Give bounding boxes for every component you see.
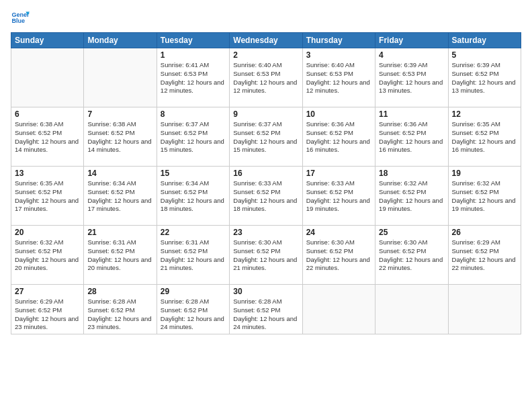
day-cell: 23Sunrise: 6:30 AMSunset: 6:52 PMDayligh… (230, 226, 302, 285)
day-number: 4 (379, 50, 444, 60)
day-cell: 13Sunrise: 6:35 AMSunset: 6:52 PMDayligh… (11, 167, 84, 226)
day-cell: 16Sunrise: 6:33 AMSunset: 6:52 PMDayligh… (230, 167, 302, 226)
day-number: 14 (87, 169, 152, 178)
day-number: 18 (379, 169, 444, 178)
day-info: Sunrise: 6:38 AMSunset: 6:52 PMDaylight:… (15, 120, 80, 154)
day-info: Sunrise: 6:30 AMSunset: 6:52 PMDaylight:… (306, 238, 371, 273)
day-cell: 10Sunrise: 6:36 AMSunset: 6:52 PMDayligh… (302, 107, 375, 167)
day-info: Sunrise: 6:32 AMSunset: 6:52 PMDaylight:… (15, 238, 80, 273)
day-info: Sunrise: 6:39 AMSunset: 6:52 PMDaylight:… (452, 61, 517, 95)
day-cell: 12Sunrise: 6:35 AMSunset: 6:52 PMDayligh… (448, 107, 521, 167)
day-header-friday: Friday (375, 33, 448, 48)
day-number: 6 (15, 109, 80, 119)
day-header-saturday: Saturday (448, 33, 521, 48)
day-cell: 5Sunrise: 6:39 AMSunset: 6:52 PMDaylight… (448, 48, 521, 107)
day-cell (375, 285, 448, 334)
day-number: 8 (161, 109, 226, 119)
day-cell: 17Sunrise: 6:33 AMSunset: 6:52 PMDayligh… (302, 167, 375, 226)
day-number: 5 (452, 50, 517, 60)
day-cell: 7Sunrise: 6:38 AMSunset: 6:52 PMDaylight… (84, 107, 157, 167)
day-info: Sunrise: 6:36 AMSunset: 6:52 PMDaylight:… (379, 120, 444, 154)
day-number: 11 (379, 109, 444, 119)
day-info: Sunrise: 6:34 AMSunset: 6:52 PMDaylight:… (161, 179, 226, 214)
day-number: 26 (452, 228, 517, 237)
day-cell: 19Sunrise: 6:32 AMSunset: 6:52 PMDayligh… (448, 167, 521, 226)
svg-text:Blue: Blue (11, 17, 25, 24)
day-cell: 1Sunrise: 6:41 AMSunset: 6:53 PMDaylight… (157, 48, 229, 107)
day-number: 13 (15, 169, 80, 178)
day-cell: 11Sunrise: 6:36 AMSunset: 6:52 PMDayligh… (375, 107, 448, 167)
day-number: 9 (233, 109, 298, 119)
day-number: 15 (161, 169, 226, 178)
day-info: Sunrise: 6:38 AMSunset: 6:52 PMDaylight:… (87, 120, 152, 154)
day-cell: 29Sunrise: 6:28 AMSunset: 6:52 PMDayligh… (157, 285, 229, 334)
day-number: 17 (306, 169, 371, 178)
day-info: Sunrise: 6:40 AMSunset: 6:53 PMDaylight:… (306, 61, 371, 95)
day-info: Sunrise: 6:41 AMSunset: 6:53 PMDaylight:… (161, 61, 226, 95)
day-header-monday: Monday (84, 33, 157, 48)
day-info: Sunrise: 6:37 AMSunset: 6:52 PMDaylight:… (233, 120, 298, 154)
day-info: Sunrise: 6:30 AMSunset: 6:52 PMDaylight:… (379, 238, 444, 273)
day-cell: 8Sunrise: 6:37 AMSunset: 6:52 PMDaylight… (157, 107, 229, 167)
day-info: Sunrise: 6:33 AMSunset: 6:52 PMDaylight:… (306, 179, 371, 214)
day-cell: 9Sunrise: 6:37 AMSunset: 6:52 PMDaylight… (230, 107, 302, 167)
day-number: 28 (87, 287, 152, 296)
logo: General Blue (11, 8, 32, 27)
day-info: Sunrise: 6:31 AMSunset: 6:52 PMDaylight:… (87, 238, 152, 273)
day-cell (302, 285, 375, 334)
day-cell: 22Sunrise: 6:31 AMSunset: 6:52 PMDayligh… (157, 226, 229, 285)
day-number: 20 (15, 228, 80, 237)
day-cell (448, 285, 521, 334)
day-cell: 27Sunrise: 6:29 AMSunset: 6:52 PMDayligh… (11, 285, 84, 334)
day-info: Sunrise: 6:29 AMSunset: 6:52 PMDaylight:… (452, 238, 517, 273)
day-number: 7 (87, 109, 152, 119)
day-number: 25 (379, 228, 444, 237)
day-cell (84, 48, 157, 107)
day-number: 21 (87, 228, 152, 237)
day-cell: 20Sunrise: 6:32 AMSunset: 6:52 PMDayligh… (11, 226, 84, 285)
day-cell: 18Sunrise: 6:32 AMSunset: 6:52 PMDayligh… (375, 167, 448, 226)
day-number: 22 (161, 228, 226, 237)
day-info: Sunrise: 6:40 AMSunset: 6:53 PMDaylight:… (233, 61, 298, 95)
day-number: 12 (452, 109, 517, 119)
day-info: Sunrise: 6:35 AMSunset: 6:52 PMDaylight:… (452, 120, 517, 154)
day-cell: 2Sunrise: 6:40 AMSunset: 6:53 PMDaylight… (230, 48, 302, 107)
day-info: Sunrise: 6:31 AMSunset: 6:52 PMDaylight:… (161, 238, 226, 273)
day-cell: 26Sunrise: 6:29 AMSunset: 6:52 PMDayligh… (448, 226, 521, 285)
day-cell (11, 48, 84, 107)
logo-icon: General Blue (11, 8, 30, 27)
day-cell: 15Sunrise: 6:34 AMSunset: 6:52 PMDayligh… (157, 167, 229, 226)
day-number: 27 (15, 287, 80, 296)
day-cell: 4Sunrise: 6:39 AMSunset: 6:53 PMDaylight… (375, 48, 448, 107)
day-info: Sunrise: 6:30 AMSunset: 6:52 PMDaylight:… (233, 238, 298, 273)
day-cell: 30Sunrise: 6:28 AMSunset: 6:52 PMDayligh… (230, 285, 302, 334)
day-header-wednesday: Wednesday (230, 33, 302, 48)
day-number: 30 (233, 287, 298, 296)
day-info: Sunrise: 6:35 AMSunset: 6:52 PMDaylight:… (15, 179, 80, 214)
day-number: 1 (161, 50, 226, 60)
day-info: Sunrise: 6:39 AMSunset: 6:53 PMDaylight:… (379, 61, 444, 95)
day-cell: 14Sunrise: 6:34 AMSunset: 6:52 PMDayligh… (84, 167, 157, 226)
header: General Blue (11, 8, 521, 27)
day-cell: 3Sunrise: 6:40 AMSunset: 6:53 PMDaylight… (302, 48, 375, 107)
day-number: 19 (452, 169, 517, 178)
day-number: 3 (306, 50, 371, 60)
day-cell: 21Sunrise: 6:31 AMSunset: 6:52 PMDayligh… (84, 226, 157, 285)
day-info: Sunrise: 6:32 AMSunset: 6:52 PMDaylight:… (452, 179, 517, 214)
day-cell: 24Sunrise: 6:30 AMSunset: 6:52 PMDayligh… (302, 226, 375, 285)
day-info: Sunrise: 6:28 AMSunset: 6:52 PMDaylight:… (161, 298, 226, 332)
day-number: 10 (306, 109, 371, 119)
day-info: Sunrise: 6:29 AMSunset: 6:52 PMDaylight:… (15, 298, 80, 332)
day-number: 29 (161, 287, 226, 296)
day-number: 24 (306, 228, 371, 237)
day-info: Sunrise: 6:28 AMSunset: 6:52 PMDaylight:… (233, 298, 298, 332)
day-info: Sunrise: 6:37 AMSunset: 6:52 PMDaylight:… (161, 120, 226, 154)
day-header-sunday: Sunday (11, 33, 84, 48)
calendar-table: SundayMondayTuesdayWednesdayThursdayFrid… (11, 32, 521, 334)
day-info: Sunrise: 6:33 AMSunset: 6:52 PMDaylight:… (233, 179, 298, 214)
day-number: 23 (233, 228, 298, 237)
day-info: Sunrise: 6:34 AMSunset: 6:52 PMDaylight:… (87, 179, 152, 214)
day-header-tuesday: Tuesday (157, 33, 229, 48)
page: General Blue SundayMondayTuesdayWednesda… (0, 0, 532, 411)
day-info: Sunrise: 6:32 AMSunset: 6:52 PMDaylight:… (379, 179, 444, 214)
